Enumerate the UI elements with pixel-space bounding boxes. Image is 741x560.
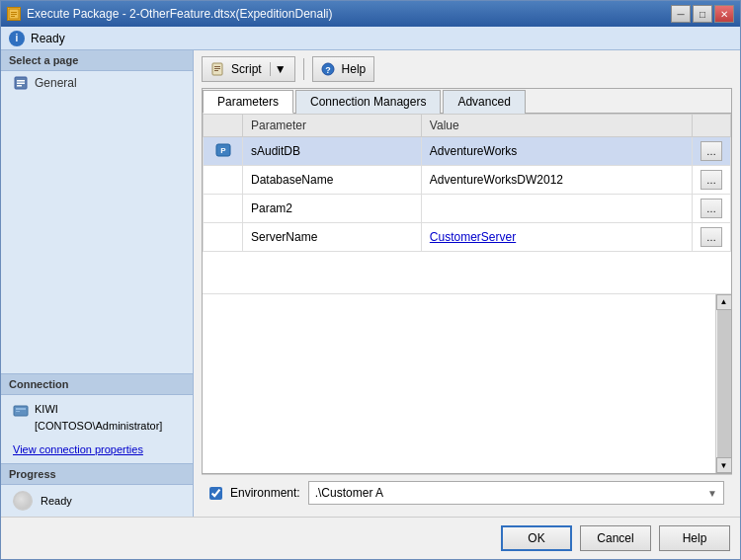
- connection-detail: KIWI [CONTOSO\Administrator]: [1, 395, 193, 440]
- connection-name: KIWI: [35, 401, 162, 418]
- environment-label: Environment:: [230, 486, 300, 500]
- cancel-button[interactable]: Cancel: [580, 525, 651, 551]
- param-action-cell[interactable]: …: [693, 195, 731, 223]
- svg-rect-2: [11, 14, 17, 15]
- maximize-button[interactable]: □: [693, 5, 712, 23]
- table-row[interactable]: DatabaseName AdventureWorksDW2012 …: [204, 166, 731, 195]
- progress-status: Ready: [41, 495, 72, 507]
- param-name-cell: ServerName: [243, 223, 422, 252]
- close-button[interactable]: ✕: [714, 5, 734, 23]
- svg-text:?: ?: [325, 65, 331, 75]
- general-label: General: [35, 76, 77, 90]
- param-name-cell: Param2: [243, 195, 422, 223]
- svg-rect-10: [16, 411, 20, 412]
- table-wrapper: Parameter Value: [203, 114, 731, 293]
- toolbar-divider: [303, 58, 304, 80]
- main-window: Execute Package - 2-OtherFeature.dtsx(Ex…: [0, 0, 741, 560]
- col-action-header: [693, 115, 731, 137]
- minimize-button[interactable]: ─: [671, 5, 691, 23]
- param-icon: P: [215, 142, 231, 158]
- empty-area: ▲ ▼: [203, 293, 731, 474]
- row-icon-cell: P: [204, 137, 243, 166]
- progress-spinner: [13, 491, 33, 511]
- param-value-cell: [421, 195, 692, 223]
- table-row[interactable]: ServerName CustomerServer …: [204, 223, 731, 252]
- select-page-label: Select a page: [1, 50, 193, 71]
- title-bar: Execute Package - 2-OtherFeature.dtsx(Ex…: [1, 1, 740, 27]
- server-name-link[interactable]: CustomerServer: [430, 230, 516, 244]
- environment-bar: Environment: .\Customer A ▼: [202, 474, 732, 511]
- script-dropdown-arrow[interactable]: ▼: [270, 62, 287, 76]
- svg-rect-13: [214, 68, 220, 69]
- ellipsis-button[interactable]: …: [700, 199, 722, 218]
- scroll-thumb[interactable]: [717, 310, 731, 458]
- param-value-cell: AdventureWorksDW2012: [421, 166, 692, 195]
- environment-checkbox[interactable]: [209, 487, 222, 500]
- footer-buttons: OK Cancel Help: [1, 517, 740, 559]
- param-value-cell: AdventureWorks: [421, 137, 692, 166]
- svg-rect-9: [16, 408, 26, 410]
- window-controls: ─ □ ✕: [671, 5, 734, 23]
- svg-rect-14: [214, 70, 218, 71]
- svg-rect-5: [17, 80, 25, 82]
- dropdown-arrow-icon: ▼: [707, 488, 717, 499]
- param-name-cell: DatabaseName: [243, 166, 422, 195]
- environment-dropdown[interactable]: .\Customer A ▼: [308, 481, 724, 505]
- help-footer-button[interactable]: Help: [659, 525, 730, 551]
- script-button[interactable]: Script ▼: [202, 56, 295, 82]
- parameters-table: Parameter Value: [203, 114, 731, 252]
- svg-rect-12: [214, 66, 220, 67]
- environment-value: .\Customer A: [315, 486, 383, 500]
- param-name-cell: sAuditDB: [243, 137, 422, 166]
- param-action-cell[interactable]: …: [693, 137, 731, 166]
- connection-section-label: Connection: [1, 373, 193, 395]
- ellipsis-button[interactable]: …: [700, 170, 722, 190]
- param-value-cell[interactable]: CustomerServer: [421, 223, 692, 252]
- status-bar: i Ready: [1, 27, 740, 50]
- svg-rect-3: [11, 16, 15, 17]
- tab-advanced[interactable]: Advanced: [443, 90, 525, 114]
- general-icon: [13, 75, 29, 91]
- main-panel: Script ▼ ? Help Parameters: [194, 50, 740, 517]
- tab-parameters[interactable]: Parameters: [203, 90, 293, 114]
- col-icon-header: [204, 115, 243, 137]
- svg-rect-7: [17, 85, 22, 87]
- svg-rect-1: [11, 12, 17, 13]
- row-icon-cell: [204, 166, 243, 195]
- progress-item: Ready: [1, 485, 193, 517]
- ellipsis-button[interactable]: …: [700, 141, 722, 161]
- col-parameter-header: Parameter: [243, 115, 422, 137]
- status-text: Ready: [31, 32, 65, 45]
- help-button[interactable]: ? Help: [312, 56, 375, 82]
- window-title: Execute Package - 2-OtherFeature.dtsx(Ex…: [27, 7, 333, 21]
- scroll-down-arrow[interactable]: ▼: [716, 457, 732, 473]
- connection-text: KIWI [CONTOSO\Administrator]: [35, 401, 162, 434]
- table-row[interactable]: P sAuditDB AdventureWorks: [204, 137, 731, 166]
- connection-icon: [13, 403, 29, 419]
- param-action-cell[interactable]: …: [693, 166, 731, 195]
- progress-section-label: Progress: [1, 463, 193, 485]
- tab-connection-managers[interactable]: Connection Managers: [295, 90, 441, 114]
- connection-user: [CONTOSO\Administrator]: [35, 418, 162, 435]
- table-row[interactable]: Param2 …: [204, 195, 731, 223]
- ok-button[interactable]: OK: [501, 525, 572, 551]
- tab-container: Parameters Connection Managers Advanced: [202, 88, 732, 474]
- scroll-up-arrow[interactable]: ▲: [716, 294, 732, 310]
- vertical-scrollbar[interactable]: ▲ ▼: [715, 294, 731, 474]
- ellipsis-button[interactable]: …: [700, 227, 722, 247]
- row-icon-cell: [204, 223, 243, 252]
- tabs: Parameters Connection Managers Advanced: [203, 89, 731, 114]
- tab-content: Parameter Value: [203, 114, 731, 473]
- window-icon: [7, 7, 21, 21]
- sidebar-item-general[interactable]: General: [1, 71, 193, 95]
- content-area: Select a page General Connection: [1, 50, 740, 517]
- row-icon-cell: [204, 195, 243, 223]
- script-label: Script: [231, 62, 262, 76]
- help-label: Help: [342, 62, 367, 76]
- view-connection-link[interactable]: View connection properties: [1, 440, 193, 463]
- title-bar-left: Execute Package - 2-OtherFeature.dtsx(Ex…: [7, 7, 333, 21]
- param-action-cell[interactable]: …: [693, 223, 731, 252]
- info-icon: i: [9, 31, 25, 46]
- svg-text:P: P: [220, 146, 226, 155]
- col-value-header: Value: [421, 115, 692, 137]
